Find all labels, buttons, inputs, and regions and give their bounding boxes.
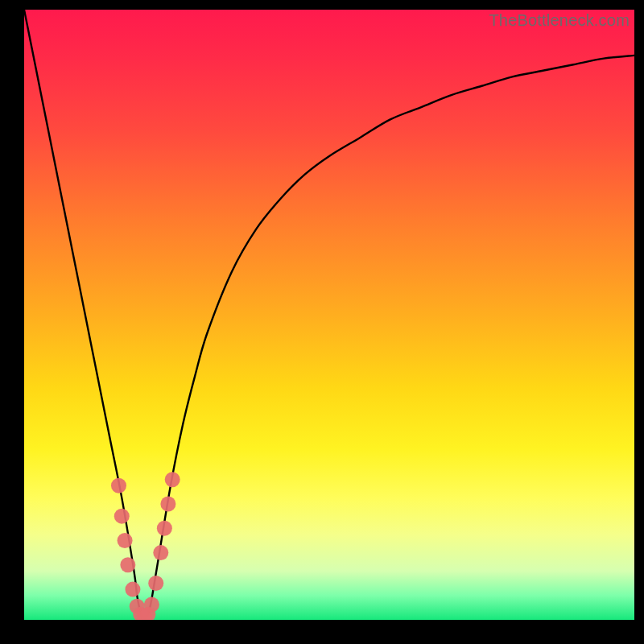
marker-dot xyxy=(118,533,133,548)
marker-dot xyxy=(160,496,175,511)
plot-area xyxy=(24,10,634,620)
marker-dot xyxy=(153,545,168,560)
curve-svg xyxy=(24,10,634,620)
marker-dot xyxy=(125,582,140,597)
marker-dot xyxy=(144,597,159,613)
marker-dot xyxy=(120,557,135,572)
curve-group xyxy=(24,10,634,620)
watermark-text: TheBottleneck.com xyxy=(489,11,630,30)
marker-dot xyxy=(114,509,130,524)
marker-dot xyxy=(165,472,180,487)
marker-dot xyxy=(111,478,126,493)
bottleneck-curve xyxy=(24,10,634,617)
chart-frame: TheBottleneck.com xyxy=(0,0,644,644)
marker-dot xyxy=(157,521,172,536)
marker-dot xyxy=(148,576,163,591)
